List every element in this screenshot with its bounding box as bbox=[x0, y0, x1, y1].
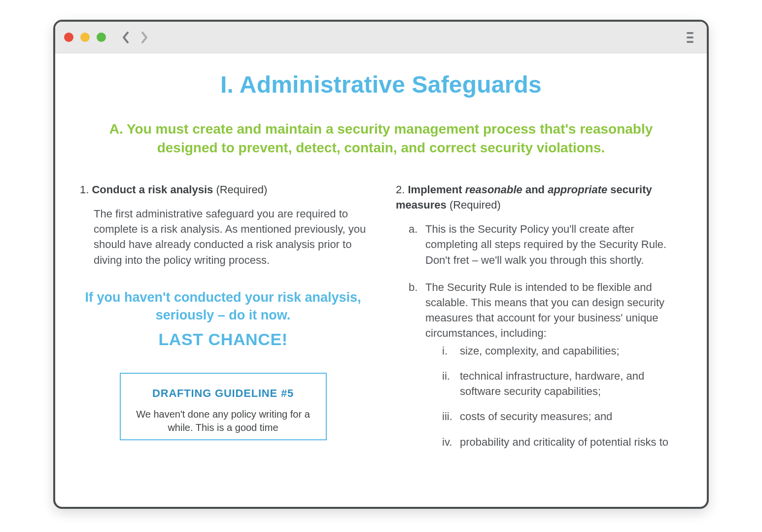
guideline-title: DRAFTING GUIDELINE #5 bbox=[135, 386, 312, 401]
item-1-number: 1. bbox=[80, 183, 89, 196]
sub-b-text: The Security Rule is intended to be flex… bbox=[425, 280, 682, 341]
guideline-body: We haven't done any policy writing for a… bbox=[135, 408, 312, 434]
callout-line-1: If you haven't conducted your risk analy… bbox=[85, 290, 361, 322]
titlebar bbox=[55, 22, 707, 53]
sub-item-a: a. This is the Security Policy you'll cr… bbox=[409, 221, 682, 268]
item-2-word-implement: Implement bbox=[408, 183, 462, 196]
item-2-heading: 2. Implement reasonable and appropriate … bbox=[396, 182, 682, 213]
item-1-required-tag: (Required) bbox=[216, 183, 267, 196]
sub-b-marker: b. bbox=[409, 280, 420, 460]
roman-iii-marker: iii. bbox=[442, 409, 456, 424]
menu-icon[interactable] bbox=[684, 32, 696, 43]
minimize-icon[interactable] bbox=[80, 33, 90, 42]
close-icon[interactable] bbox=[64, 33, 73, 42]
roman-ii-text: technical infrastructure, hardware, and … bbox=[460, 368, 682, 399]
forward-button[interactable] bbox=[139, 31, 149, 44]
drafting-guideline-box: DRAFTING GUIDELINE #5 We haven't done an… bbox=[120, 373, 327, 440]
roman-ii-marker: ii. bbox=[442, 368, 456, 399]
nav-arrows bbox=[121, 31, 149, 44]
item-1-body: The first administrative safeguard you a… bbox=[80, 206, 366, 268]
back-button[interactable] bbox=[121, 31, 131, 44]
sub-a-marker: a. bbox=[409, 221, 420, 268]
roman-i: i.size, complexity, and capabilities; bbox=[442, 343, 682, 358]
risk-analysis-callout: If you haven't conducted your risk analy… bbox=[80, 288, 366, 351]
document-content: I. Administrative Safeguards A. You must… bbox=[55, 53, 707, 507]
item-2-number: 2. bbox=[396, 183, 405, 196]
item-1-title: Conduct a risk analysis bbox=[92, 183, 213, 196]
browser-window: I. Administrative Safeguards A. You must… bbox=[53, 20, 709, 509]
window-controls bbox=[64, 33, 106, 42]
roman-i-text: size, complexity, and capabilities; bbox=[460, 343, 620, 358]
item-2-word-appropriate: appropriate bbox=[548, 183, 607, 196]
sub-a-text: This is the Security Policy you'll creat… bbox=[425, 221, 682, 268]
page-title: I. Administrative Safeguards bbox=[80, 71, 682, 98]
roman-iii: iii.costs of security measures; and bbox=[442, 409, 682, 424]
roman-ii: ii.technical infrastructure, hardware, a… bbox=[442, 368, 682, 399]
callout-line-2: LAST CHANCE! bbox=[80, 328, 366, 351]
roman-iv-text: probability and criticality of potential… bbox=[460, 434, 668, 450]
roman-iii-text: costs of security measures; and bbox=[460, 409, 612, 424]
sub-item-b: b. The Security Rule is intended to be f… bbox=[409, 280, 682, 460]
maximize-icon[interactable] bbox=[97, 33, 106, 42]
item-2-word-and: and bbox=[525, 183, 545, 196]
section-a-heading: A. You must create and maintain a securi… bbox=[95, 120, 667, 157]
roman-iv: iv.probability and criticality of potent… bbox=[442, 434, 682, 450]
column-left: 1. Conduct a risk analysis (Required) Th… bbox=[80, 182, 366, 471]
item-2-word-reasonable: reasonable bbox=[465, 183, 522, 196]
roman-iv-marker: iv. bbox=[442, 434, 456, 450]
item-1-heading: 1. Conduct a risk analysis (Required) bbox=[80, 182, 366, 197]
roman-i-marker: i. bbox=[442, 343, 456, 358]
item-2-required-tag: (Required) bbox=[450, 199, 501, 211]
column-right: 2. Implement reasonable and appropriate … bbox=[396, 182, 682, 471]
